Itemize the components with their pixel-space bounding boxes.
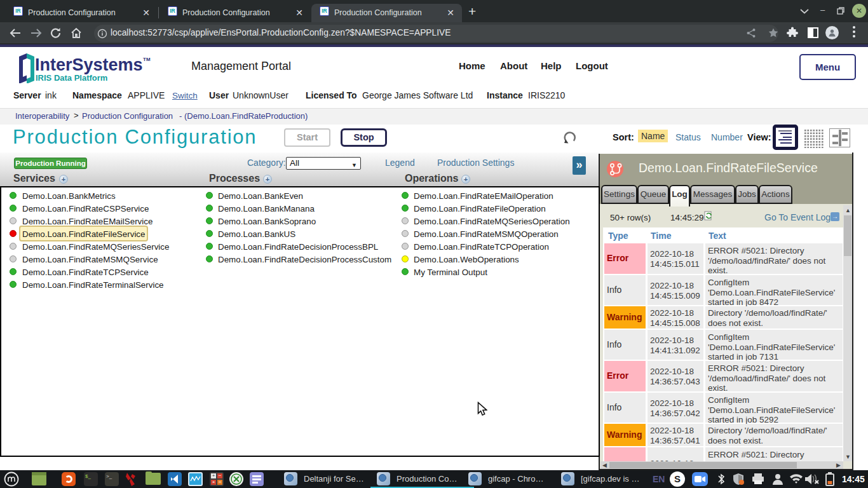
svg-text:TM: TM: [143, 57, 151, 62]
svg-text:IRIS Data Platform: IRIS Data Platform: [36, 73, 107, 83]
svg-text:InterSystems: InterSystems: [35, 55, 143, 74]
